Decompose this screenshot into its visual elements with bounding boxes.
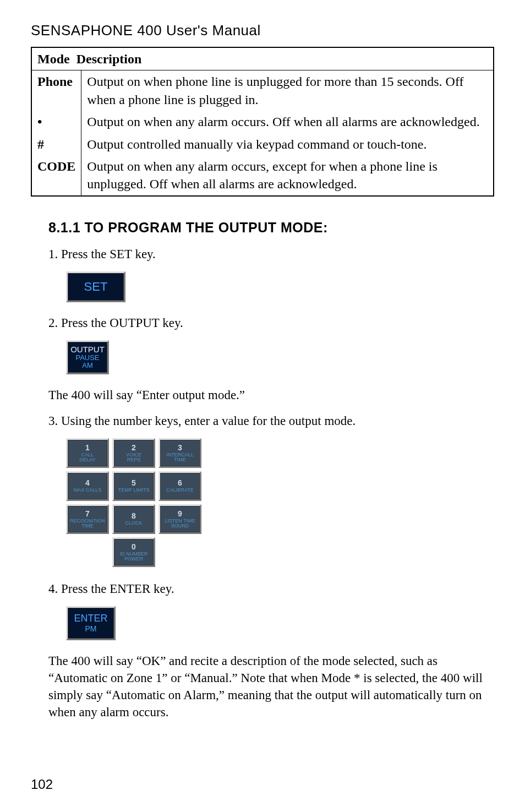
table-row: • Output on when any alarm occurs. Off w… xyxy=(31,111,494,133)
key-num: 9 xyxy=(178,510,182,517)
key-label: INTERCALLTIME xyxy=(166,453,194,462)
set-key-graphic: SET xyxy=(66,271,494,302)
key-num: 7 xyxy=(85,510,90,517)
step-1-text: 1. Press the SET key. xyxy=(48,246,489,263)
keypad-key-7: 7RECOGNITIONTIME xyxy=(66,504,109,534)
keypad-key-0: 0ID NUMBERPOWER xyxy=(112,537,155,567)
output-key-line1: OUTPUT xyxy=(70,345,105,353)
closing-paragraph: The 400 will say “OK” and recite a descr… xyxy=(48,652,489,721)
enter-key-line2: PM xyxy=(85,624,97,633)
enter-key-line1: ENTER xyxy=(74,613,107,624)
key-label: LISTEN TIMESOUND xyxy=(165,519,195,528)
keypad-key-9: 9LISTEN TIMESOUND xyxy=(158,504,201,534)
running-header: SENSAPHONE 400 User's Manual xyxy=(31,22,494,39)
step-2-text: 2. Press the OUTPUT key. xyxy=(48,314,489,331)
table-row: Phone Output on when phone line is unplu… xyxy=(31,70,494,111)
table-header-row: Mode Description xyxy=(31,47,494,70)
step-4-text: 4. Press the ENTER key. xyxy=(48,580,489,597)
desc-cell: Output controlled manually via keypad co… xyxy=(81,133,494,155)
desc-cell: Output on when any alarm occurs. Off whe… xyxy=(81,111,494,133)
enter-key-graphic: ENTER PM xyxy=(66,606,494,640)
desc-cell: Output on when any alarm occurs, except … xyxy=(81,155,494,196)
table-row: # Output controlled manually via keypad … xyxy=(31,133,494,155)
key-label: CALLDELAY xyxy=(80,453,96,462)
keypad-key-6: 6CALIBRATE xyxy=(158,471,201,501)
key-label: ID NUMBERPOWER xyxy=(120,552,148,562)
mode-cell: CODE xyxy=(31,155,81,196)
keypad-key-1: 1CALLDELAY xyxy=(66,438,109,468)
keypad-row-1: 1CALLDELAY 2VOICEREPS 3INTERCALLTIME xyxy=(66,438,494,468)
enter-key-face: ENTER PM xyxy=(66,606,116,640)
key-num: 2 xyxy=(132,444,136,451)
keypad-key-2: 2VOICEREPS xyxy=(112,438,155,468)
output-key-line2: PAUSE xyxy=(75,354,99,361)
key-label: TEMP LIMITS xyxy=(118,488,149,493)
section-heading: 8.1.1 TO PROGRAM THE OUTPUT MODE: xyxy=(48,220,494,236)
set-key-face: SET xyxy=(66,271,125,302)
desc-cell: Output on when phone line is unplugged f… xyxy=(81,70,494,111)
col-header-desc: Description xyxy=(76,52,142,66)
mode-cell: # xyxy=(31,133,81,155)
keypad-row-4: 0ID NUMBERPOWER xyxy=(66,537,494,567)
set-key-label: SET xyxy=(84,280,108,294)
key-num: 1 xyxy=(85,444,90,451)
number-keypad-graphic: 1CALLDELAY 2VOICEREPS 3INTERCALLTIME 4MA… xyxy=(66,438,494,567)
page-number: 102 xyxy=(31,777,53,792)
output-key-line3: AM xyxy=(82,362,93,369)
col-header-mode: Mode xyxy=(37,52,70,66)
mode-cell: Phone xyxy=(31,70,81,111)
mode-description-table: Mode Description Phone Output on when ph… xyxy=(31,47,494,197)
key-num: 4 xyxy=(85,479,90,487)
key-num: 5 xyxy=(132,479,136,487)
key-label: MAX CALLS xyxy=(74,488,102,493)
key-num: 0 xyxy=(132,543,136,551)
key-label: RECOGNITIONTIME xyxy=(70,519,105,528)
key-label: CLOCK xyxy=(125,521,142,526)
keypad-key-5: 5TEMP LIMITS xyxy=(112,471,155,501)
table-row: CODE Output on when any alarm occurs, ex… xyxy=(31,155,494,196)
key-num: 6 xyxy=(178,479,182,487)
key-label: VOICEREPS xyxy=(126,453,141,462)
keypad-row-2: 4MAX CALLS 5TEMP LIMITS 6CALIBRATE xyxy=(66,471,494,501)
step-3-text: 3. Using the number keys, enter a value … xyxy=(48,412,489,429)
mode-cell: • xyxy=(31,111,81,133)
output-key-face: OUTPUT PAUSE AM xyxy=(66,340,109,374)
key-num: 3 xyxy=(178,444,182,451)
key-label: CALIBRATE xyxy=(166,488,193,493)
keypad-row-3: 7RECOGNITIONTIME 8CLOCK 9LISTEN TIMESOUN… xyxy=(66,504,494,534)
say-enter-output: The 400 will say “Enter output mode.” xyxy=(48,386,489,404)
keypad-key-4: 4MAX CALLS xyxy=(66,471,109,501)
keypad-key-8: 8CLOCK xyxy=(112,504,155,534)
keypad-key-3: 3INTERCALLTIME xyxy=(158,438,201,468)
key-num: 8 xyxy=(132,512,136,520)
output-key-graphic: OUTPUT PAUSE AM xyxy=(66,340,494,374)
